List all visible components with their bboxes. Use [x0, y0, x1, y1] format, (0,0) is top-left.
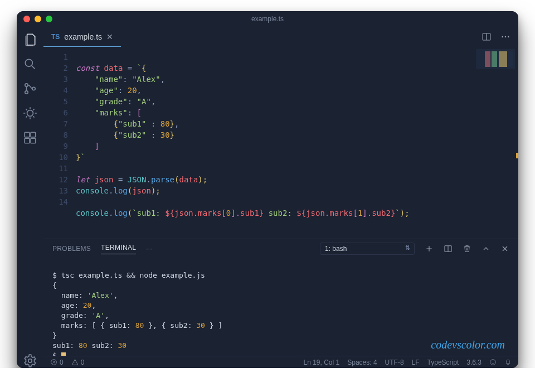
- split-terminal-icon[interactable]: [444, 244, 453, 253]
- terminal-selector[interactable]: 1: bash: [320, 243, 415, 255]
- status-bar: 0 0 Ln 19, Col 1 Spaces: 4 UTF-8 LF Type…: [43, 356, 518, 368]
- settings-gear-icon[interactable]: [23, 354, 37, 368]
- code-content[interactable]: const data = `{ "name": "Alex", "age": 2…: [76, 47, 518, 239]
- svg-point-9: [28, 359, 32, 363]
- svg-rect-8: [31, 132, 36, 137]
- svg-point-16: [490, 360, 496, 365]
- status-ts-version[interactable]: 3.6.3: [466, 359, 481, 366]
- maximize-panel-icon[interactable]: [481, 244, 490, 253]
- status-warnings[interactable]: 0: [71, 359, 85, 366]
- explorer-icon[interactable]: [23, 32, 37, 47]
- status-eol[interactable]: LF: [412, 359, 420, 366]
- error-icon: [50, 359, 57, 366]
- editor[interactable]: 1234567891011121314 const data = `{ "nam…: [43, 47, 518, 239]
- tab-filename: example.ts: [64, 32, 102, 41]
- minimap-preview: [485, 51, 513, 67]
- window-body: TS example.ts ✕ 1234567891011121314 cons…: [17, 27, 518, 368]
- more-actions-icon[interactable]: [500, 32, 510, 42]
- status-bell-icon[interactable]: [504, 359, 512, 366]
- search-icon[interactable]: [23, 57, 37, 71]
- tab-example-ts[interactable]: TS example.ts ✕: [43, 27, 121, 47]
- line-gutter: 1234567891011121314: [43, 47, 76, 239]
- svg-point-2: [25, 91, 27, 94]
- svg-rect-6: [25, 138, 30, 143]
- svg-point-0: [25, 59, 32, 66]
- watermark: codevscolor.com: [431, 338, 505, 351]
- status-errors[interactable]: 0: [50, 359, 64, 366]
- kill-terminal-icon[interactable]: [463, 244, 471, 253]
- svg-rect-7: [31, 138, 36, 143]
- svg-point-12: [505, 36, 507, 38]
- overview-ruler-marker: [516, 153, 518, 158]
- svg-point-3: [32, 87, 35, 90]
- svg-point-4: [27, 110, 33, 117]
- tab-actions: [481, 32, 518, 42]
- svg-point-11: [502, 36, 503, 38]
- new-terminal-icon[interactable]: [425, 244, 434, 253]
- split-editor-icon[interactable]: [481, 32, 492, 42]
- svg-point-1: [25, 84, 27, 86]
- warning-icon: [71, 359, 79, 366]
- status-feedback-icon[interactable]: [489, 359, 497, 366]
- titlebar: example.ts: [17, 11, 518, 27]
- panel-tab-more-icon[interactable]: ···: [146, 245, 152, 253]
- status-indent[interactable]: Spaces: 4: [347, 359, 377, 366]
- panel-tab-terminal[interactable]: TERMINAL: [101, 244, 136, 254]
- svg-point-13: [508, 36, 509, 38]
- close-panel-icon[interactable]: [500, 244, 509, 253]
- close-tab-icon[interactable]: ✕: [106, 32, 113, 41]
- main-area: TS example.ts ✕ 1234567891011121314 cons…: [43, 27, 518, 368]
- status-language[interactable]: TypeScript: [427, 359, 459, 366]
- tab-bar: TS example.ts ✕: [43, 27, 518, 47]
- terminal-selector-value: 1: bash: [320, 243, 415, 255]
- activity-bar: [17, 27, 43, 368]
- debug-icon[interactable]: [23, 106, 37, 120]
- panel-tab-problems[interactable]: PROBLEMS: [52, 245, 91, 253]
- file-type-badge: TS: [51, 33, 60, 41]
- status-cursor-position[interactable]: Ln 19, Col 1: [303, 359, 339, 366]
- svg-rect-5: [25, 132, 30, 137]
- status-encoding[interactable]: UTF-8: [385, 359, 404, 366]
- extensions-icon[interactable]: [23, 130, 37, 145]
- vscode-window: example.ts TS example.ts ✕: [17, 11, 518, 368]
- source-control-icon[interactable]: [23, 81, 37, 96]
- panel-tab-bar: PROBLEMS TERMINAL ··· 1: bash: [43, 239, 518, 258]
- window-title: example.ts: [17, 15, 518, 23]
